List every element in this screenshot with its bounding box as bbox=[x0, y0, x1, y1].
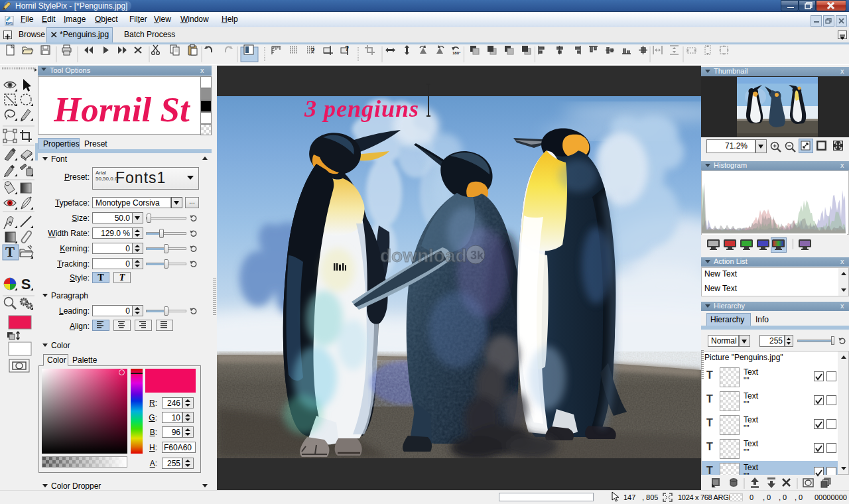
svg-text:3k: 3k bbox=[470, 249, 484, 262]
svg-text:180°: 180° bbox=[452, 51, 461, 55]
svg-text:?: ? bbox=[345, 45, 349, 52]
svg-text:S: S bbox=[21, 276, 31, 292]
svg-text:?: ? bbox=[310, 46, 315, 54]
svg-text:download: download bbox=[380, 245, 467, 266]
svg-text:3 pengiuns: 3 pengiuns bbox=[304, 96, 419, 122]
svg-text:PSP: PSP bbox=[7, 22, 13, 25]
svg-text:T: T bbox=[5, 244, 15, 260]
